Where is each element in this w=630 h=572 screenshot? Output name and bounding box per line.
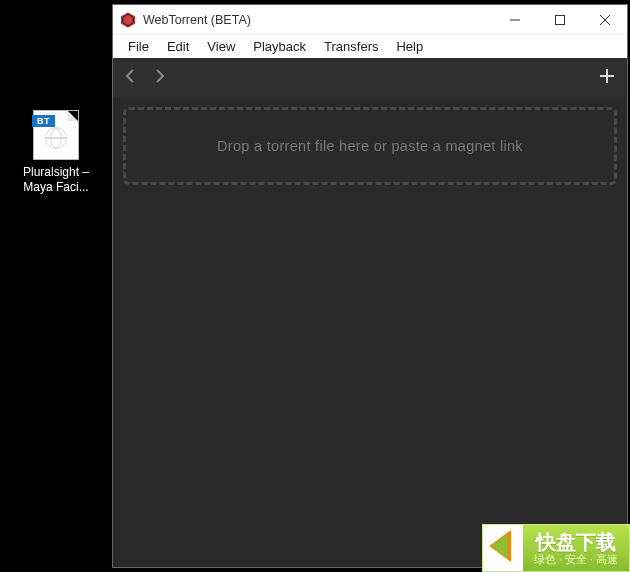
minimize-button[interactable] (492, 5, 537, 34)
dropzone-text: Drop a torrent file here or paste a magn… (217, 138, 523, 154)
menu-file[interactable]: File (119, 37, 158, 56)
watermark-arrow-icon (483, 525, 523, 571)
watermark-main: 快盘下载 (523, 531, 629, 553)
webtorrent-window: WebTorrent (BETA) File Edit View Playbac… (112, 4, 628, 568)
torrent-dropzone[interactable]: Drop a torrent file here or paste a magn… (123, 107, 617, 185)
window-title: WebTorrent (BETA) (143, 13, 492, 27)
menu-view[interactable]: View (198, 37, 244, 56)
window-controls (492, 5, 627, 34)
back-button[interactable] (125, 69, 136, 86)
torrent-file-icon: BT (33, 110, 79, 160)
file-label: Pluralsight – Maya Faci... (22, 165, 90, 195)
file-label-line2: Maya Faci... (22, 180, 90, 195)
add-torrent-button[interactable] (599, 68, 615, 87)
watermark-sub: 绿色 · 安全 · 高速 (523, 553, 629, 565)
menu-playback[interactable]: Playback (244, 37, 315, 56)
file-label-line1: Pluralsight – (22, 165, 90, 180)
app-logo-icon (120, 12, 136, 28)
nav-arrows (125, 69, 165, 86)
bt-badge: BT (32, 115, 55, 127)
close-button[interactable] (582, 5, 627, 34)
forward-button[interactable] (154, 69, 165, 86)
svg-rect-3 (555, 15, 564, 24)
watermark-logo: 快盘下载 绿色 · 安全 · 高速 (482, 524, 630, 572)
content-area: Drop a torrent file here or paste a magn… (113, 97, 627, 567)
maximize-button[interactable] (537, 5, 582, 34)
toolbar (113, 58, 627, 97)
menu-help[interactable]: Help (387, 37, 432, 56)
titlebar: WebTorrent (BETA) (113, 5, 627, 34)
desktop-torrent-file[interactable]: BT Pluralsight – Maya Faci... (22, 110, 90, 195)
menu-edit[interactable]: Edit (158, 37, 198, 56)
globe-icon (45, 127, 67, 149)
menu-transfers[interactable]: Transfers (315, 37, 387, 56)
watermark-text: 快盘下载 绿色 · 安全 · 高速 (523, 531, 629, 565)
menubar: File Edit View Playback Transfers Help (113, 34, 627, 58)
